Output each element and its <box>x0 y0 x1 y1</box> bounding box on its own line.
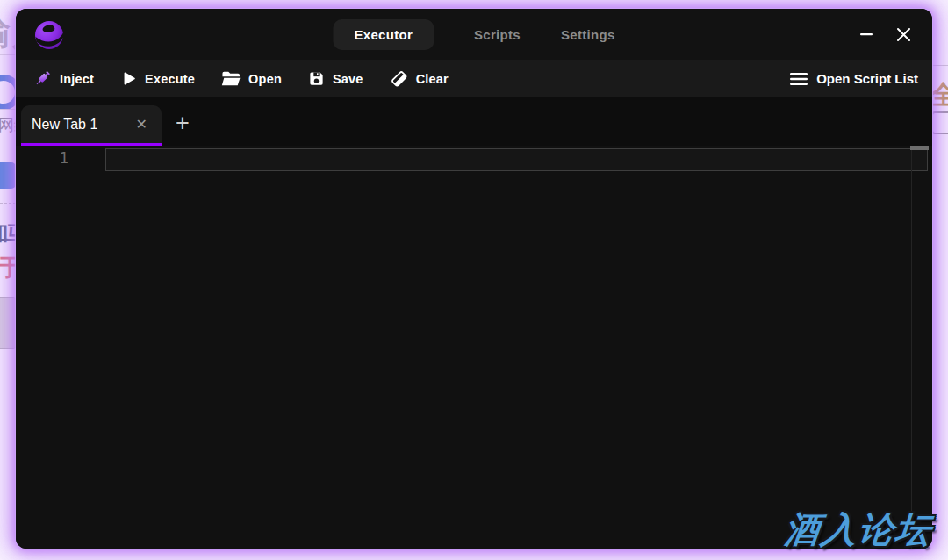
open-script-list-label: Open Script List <box>816 71 918 86</box>
bg-fragment-quan-text: 全 <box>930 77 948 113</box>
save-label: Save <box>333 72 363 86</box>
eraser-icon <box>390 70 408 87</box>
bg-gray-panel-fragment <box>0 297 16 349</box>
main-nav: Executor Scripts Settings <box>333 9 614 60</box>
executor-window: Executor Scripts Settings <box>16 9 932 549</box>
line-number-gutter: 1 <box>16 146 105 167</box>
app-logo-icon <box>33 19 65 51</box>
new-tab-button[interactable]: + <box>176 111 190 135</box>
toolbar: Inject Execute Open Save <box>16 60 932 97</box>
inject-label: Inject <box>60 72 94 86</box>
tab-bar: New Tab 1 ✕ + <box>16 97 932 146</box>
bg-divider <box>932 65 948 66</box>
bg-blue-button-fragment <box>0 162 16 189</box>
bg-dashed-divider <box>0 203 16 204</box>
floppy-icon <box>308 70 325 87</box>
tab-executor[interactable]: Executor <box>333 19 434 50</box>
syringe-icon <box>33 69 52 88</box>
code-editor[interactable]: 1 <box>16 146 932 549</box>
window-controls <box>853 9 916 60</box>
clear-button[interactable]: Clear <box>390 70 449 87</box>
line-number: 1 <box>16 149 68 167</box>
save-button[interactable]: Save <box>308 70 363 87</box>
execute-button[interactable]: Execute <box>120 70 195 87</box>
clear-label: Clear <box>416 72 449 86</box>
hamburger-icon <box>790 72 808 86</box>
editor-current-line[interactable] <box>105 148 928 171</box>
close-button[interactable] <box>890 21 916 47</box>
bg-input-box-fragment <box>931 111 948 134</box>
open-button[interactable]: Open <box>221 70 282 88</box>
open-label: Open <box>248 72 282 86</box>
titlebar: Executor Scripts Settings <box>16 9 932 60</box>
execute-label: Execute <box>145 72 195 86</box>
minimize-button[interactable] <box>853 21 880 47</box>
forum-watermark: 酒入论坛 <box>782 506 935 554</box>
tab-settings[interactable]: Settings <box>561 27 615 42</box>
folder-open-icon <box>221 70 241 88</box>
bg-divider <box>0 109 16 110</box>
open-script-list-button[interactable]: Open Script List <box>790 71 918 86</box>
inject-button[interactable]: Inject <box>33 69 94 88</box>
close-icon <box>896 27 911 42</box>
editor-overview-ruler[interactable] <box>911 146 912 549</box>
play-icon <box>120 70 137 87</box>
editor-tab[interactable]: New Tab 1 ✕ <box>21 105 162 146</box>
tab-close-icon[interactable]: ✕ <box>133 116 151 133</box>
minimize-icon <box>859 27 873 41</box>
tab-scripts[interactable]: Scripts <box>474 27 521 42</box>
bg-divider <box>0 54 16 55</box>
editor-tab-label: New Tab 1 <box>32 117 133 133</box>
cursor-position-marker <box>910 146 929 150</box>
